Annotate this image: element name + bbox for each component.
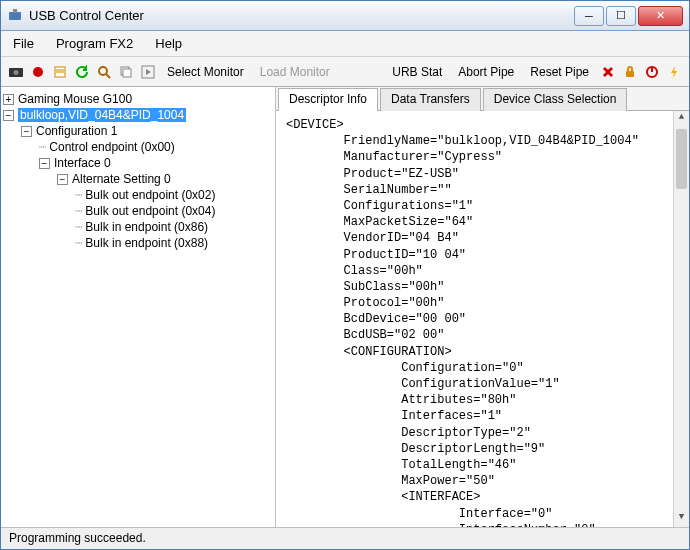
- svg-point-4: [33, 67, 43, 77]
- tree-row: ┈ Control endpoint (0x00): [3, 139, 273, 155]
- lock-icon[interactable]: [621, 63, 639, 81]
- tab-bar: Descriptor Info Data Transfers Device Cl…: [276, 87, 689, 111]
- svg-rect-10: [626, 71, 634, 77]
- note-icon[interactable]: [51, 63, 69, 81]
- tree-label[interactable]: Bulk in endpoint (0x86): [85, 220, 208, 234]
- record-icon[interactable]: [29, 63, 47, 81]
- abort-pipe-button[interactable]: Abort Pipe: [452, 63, 520, 81]
- tree-label[interactable]: Bulk out endpoint (0x04): [85, 204, 215, 218]
- tree-label[interactable]: bulkloop,VID_04B4&PID_1004: [18, 108, 186, 122]
- window-title: USB Control Center: [29, 8, 574, 23]
- descriptor-text[interactable]: <DEVICE> FriendlyName="bulkloop,VID_04B4…: [276, 111, 689, 527]
- scroll-up-icon[interactable]: ▲: [674, 111, 689, 127]
- detail-panel: Descriptor Info Data Transfers Device Cl…: [276, 87, 689, 527]
- menubar: File Program FX2 Help: [1, 31, 689, 57]
- status-bar: Programming succeeded.: [1, 527, 689, 549]
- tree-row: −Interface 0: [3, 155, 273, 171]
- camera-icon[interactable]: [7, 63, 25, 81]
- tree-label[interactable]: Configuration 1: [36, 124, 117, 138]
- tree-label[interactable]: Control endpoint (0x00): [49, 140, 174, 154]
- tree-label[interactable]: Bulk out endpoint (0x02): [85, 188, 215, 202]
- tree-row: −Alternate Setting 0: [3, 171, 273, 187]
- tree-label[interactable]: Interface 0: [54, 156, 111, 170]
- search-icon[interactable]: [95, 63, 113, 81]
- expand-icon[interactable]: +: [3, 94, 14, 105]
- menu-file[interactable]: File: [9, 34, 38, 53]
- tab-data-transfers[interactable]: Data Transfers: [380, 88, 481, 111]
- collapse-icon[interactable]: −: [3, 110, 14, 121]
- tree-row: ┈ Bulk in endpoint (0x86): [3, 219, 273, 235]
- tree-row: +Gaming Mouse G100: [3, 91, 273, 107]
- scroll-down-icon[interactable]: ▼: [674, 511, 689, 527]
- toolbar: Select Monitor Load Monitor URB Stat Abo…: [1, 57, 689, 87]
- refresh-icon[interactable]: [73, 63, 91, 81]
- tab-descriptor-info[interactable]: Descriptor Info: [278, 88, 378, 111]
- content-area: +Gaming Mouse G100 −bulkloop,VID_04B4&PI…: [1, 87, 689, 527]
- svg-rect-0: [9, 12, 21, 20]
- play-icon[interactable]: [139, 63, 157, 81]
- load-monitor-button[interactable]: Load Monitor: [254, 63, 336, 81]
- svg-point-6: [99, 67, 107, 75]
- collapse-icon[interactable]: −: [39, 158, 50, 169]
- tree-row: −bulkloop,VID_04B4&PID_1004: [3, 107, 273, 123]
- tree-label[interactable]: Bulk in endpoint (0x88): [85, 236, 208, 250]
- tree-row: ┈ Bulk out endpoint (0x02): [3, 187, 273, 203]
- delete-icon[interactable]: [599, 63, 617, 81]
- titlebar: USB Control Center ─ ☐ ✕: [1, 1, 689, 31]
- urb-stat-button[interactable]: URB Stat: [386, 63, 448, 81]
- vertical-scrollbar[interactable]: ▲ ▼: [673, 111, 689, 527]
- window-buttons: ─ ☐ ✕: [574, 6, 683, 26]
- power-icon[interactable]: [643, 63, 661, 81]
- svg-rect-8: [123, 69, 131, 77]
- collapse-icon[interactable]: −: [57, 174, 68, 185]
- lightning-icon[interactable]: [665, 63, 683, 81]
- app-icon: [7, 8, 23, 24]
- reset-pipe-button[interactable]: Reset Pipe: [524, 63, 595, 81]
- svg-rect-1: [13, 9, 17, 13]
- scrollbar-thumb[interactable]: [676, 129, 687, 189]
- status-text: Programming succeeded.: [9, 531, 146, 545]
- device-tree[interactable]: +Gaming Mouse G100 −bulkloop,VID_04B4&PI…: [1, 87, 276, 527]
- svg-point-3: [14, 70, 19, 75]
- tree-row: −Configuration 1: [3, 123, 273, 139]
- tab-device-class-selection[interactable]: Device Class Selection: [483, 88, 628, 111]
- menu-program-fx2[interactable]: Program FX2: [52, 34, 137, 53]
- app-window: USB Control Center ─ ☐ ✕ File Program FX…: [0, 0, 690, 550]
- minimize-button[interactable]: ─: [574, 6, 604, 26]
- collapse-icon[interactable]: −: [21, 126, 32, 137]
- copy-icon[interactable]: [117, 63, 135, 81]
- tree-label[interactable]: Alternate Setting 0: [72, 172, 171, 186]
- tree-row: ┈ Bulk in endpoint (0x88): [3, 235, 273, 251]
- select-monitor-button[interactable]: Select Monitor: [161, 63, 250, 81]
- maximize-button[interactable]: ☐: [606, 6, 636, 26]
- tree-label[interactable]: Gaming Mouse G100: [18, 92, 132, 106]
- menu-help[interactable]: Help: [151, 34, 186, 53]
- tree-row: ┈ Bulk out endpoint (0x04): [3, 203, 273, 219]
- close-button[interactable]: ✕: [638, 6, 683, 26]
